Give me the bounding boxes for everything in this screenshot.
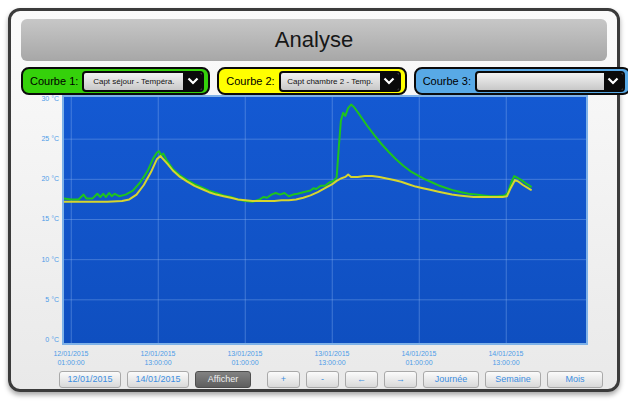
y-tick-label: 10 °C xyxy=(19,256,59,264)
analyse-window: Analyse Courbe 1: Capt séjour - Tempéra.… xyxy=(0,0,628,408)
chevron-down-icon[interactable] xyxy=(604,71,623,92)
courbe1-dropdown[interactable]: Capt séjour - Tempéra. xyxy=(82,71,204,92)
courbe1-selected-value: Capt séjour - Tempéra. xyxy=(84,77,183,86)
month-button[interactable]: Mois xyxy=(547,371,603,388)
date-from-button[interactable]: 12/01/2015 xyxy=(59,371,121,388)
zoom-out-button[interactable]: - xyxy=(306,371,339,388)
courbe2-dropdown[interactable]: Capt chambre 2 - Temp. xyxy=(279,71,401,92)
week-button[interactable]: Semaine xyxy=(485,371,541,388)
y-tick-label: 5 °C xyxy=(19,296,59,304)
courbe3-selector: Courbe 3: xyxy=(414,67,628,95)
y-tick-label: 20 °C xyxy=(19,175,59,183)
courbe2-selected-value: Capt chambre 2 - Temp. xyxy=(281,77,380,86)
courbe3-label: Courbe 3: xyxy=(423,75,471,87)
chevron-down-icon[interactable] xyxy=(380,71,399,92)
date-to-button[interactable]: 14/01/2015 xyxy=(127,371,189,388)
courbe2-label: Courbe 2: xyxy=(226,75,274,87)
apply-button[interactable]: Afficher xyxy=(195,371,251,388)
chevron-down-icon[interactable] xyxy=(183,71,202,92)
y-tick-label: 25 °C xyxy=(19,135,59,143)
x-tick-label: 12/01/201513:00:00 xyxy=(116,349,200,367)
x-tick-label: 13/01/201513:00:00 xyxy=(290,349,374,367)
y-tick-label: 30 °C xyxy=(19,95,59,103)
plot-area xyxy=(62,95,588,345)
pan-left-button[interactable]: ← xyxy=(345,371,378,388)
courbe3-dropdown[interactable] xyxy=(475,71,625,92)
courbe2-selector: Courbe 2: Capt chambre 2 - Temp. xyxy=(217,67,406,95)
courbe1-selector: Courbe 1: Capt séjour - Tempéra. xyxy=(21,67,210,95)
zoom-in-button[interactable]: + xyxy=(267,371,300,388)
x-tick-label: 14/01/201501:00:00 xyxy=(377,349,461,367)
y-tick-label: 15 °C xyxy=(19,215,59,223)
analyse-card: Analyse Courbe 1: Capt séjour - Tempéra.… xyxy=(8,8,620,392)
curve-selector-row: Courbe 1: Capt séjour - Tempéra. Courbe … xyxy=(21,66,607,96)
pan-right-button[interactable]: → xyxy=(384,371,417,388)
x-tick-label: 13/01/201501:00:00 xyxy=(203,349,287,367)
day-button[interactable]: Journée xyxy=(423,371,479,388)
x-tick-label: 12/01/201501:00:00 xyxy=(29,349,113,367)
date-range-group: 12/01/2015 14/01/2015 Afficher xyxy=(59,371,251,388)
chart-toolbar: 12/01/2015 14/01/2015 Afficher + - ← → J… xyxy=(59,369,603,389)
y-tick-label: 0 °C xyxy=(19,336,59,344)
courbe1-label: Courbe 1: xyxy=(30,75,78,87)
page-title: Analyse xyxy=(21,19,607,61)
temperature-chart xyxy=(64,97,586,343)
navigation-group: + - ← → Journée Semaine Mois xyxy=(267,371,603,388)
x-tick-label: 14/01/201513:00:00 xyxy=(464,349,548,367)
